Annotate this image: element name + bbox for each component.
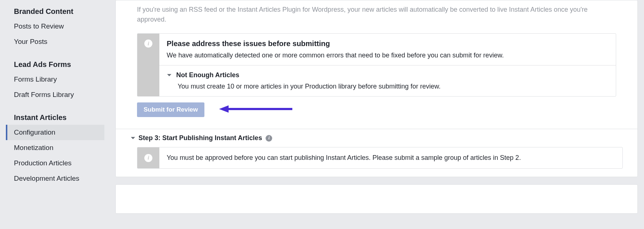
issue-detail[interactable]: Not Enough Articles You must create 10 o…	[159, 65, 616, 96]
sidebar-section-instant-articles: Instant Articles Configuration Monetizat…	[14, 113, 115, 186]
sidebar-section-title: Lead Ads Forms	[14, 60, 115, 69]
submit-row: Submit for Review	[137, 102, 616, 117]
sidebar-item-forms-library[interactable]: Forms Library	[14, 72, 115, 87]
info-icon[interactable]: i	[266, 135, 272, 142]
issue-icon-column: i	[137, 34, 159, 96]
issue-box: i Please address these issues before sub…	[137, 33, 616, 97]
content-card: If you're using an RSS feed or the Insta…	[115, 0, 638, 177]
sidebar-item-monetization[interactable]: Monetization	[14, 140, 115, 155]
bottom-card	[115, 184, 638, 214]
step3-info-text: You must be approved before you can star…	[159, 147, 622, 168]
step3-title: Step 3: Start Publishing Instant Article…	[138, 134, 262, 142]
sidebar-section-branded-content: Branded Content Posts to Review Your Pos…	[14, 7, 115, 49]
sidebar-item-your-posts[interactable]: Your Posts	[14, 34, 115, 49]
submit-for-review-button[interactable]: Submit for Review	[137, 102, 204, 117]
step3-info-box: i You must be approved before you can st…	[137, 147, 623, 169]
sidebar-section-title: Instant Articles	[14, 113, 115, 122]
sidebar: Branded Content Posts to Review Your Pos…	[0, 0, 115, 229]
svg-marker-1	[219, 105, 229, 113]
sidebar-section-lead-ads-forms: Lead Ads Forms Forms Library Draft Forms…	[14, 60, 115, 102]
step3-section: Step 3: Start Publishing Instant Article…	[116, 129, 637, 177]
issue-header: Please address these issues before submi…	[159, 34, 616, 65]
issue-subtitle: We have automatically detected one or mo…	[167, 52, 608, 59]
issue-detail-title: Not Enough Articles	[176, 71, 239, 79]
sidebar-item-configuration[interactable]: Configuration	[6, 125, 104, 140]
chevron-down-icon	[130, 136, 136, 141]
step3-title-row[interactable]: Step 3: Start Publishing Instant Article…	[130, 134, 623, 142]
issue-content: Please address these issues before submi…	[159, 34, 616, 96]
main-content: If you're using an RSS feed or the Insta…	[115, 0, 644, 229]
sidebar-item-development-articles[interactable]: Development Articles	[14, 171, 115, 186]
info-icon: i	[144, 154, 152, 162]
sidebar-item-draft-forms-library[interactable]: Draft Forms Library	[14, 87, 115, 102]
info-icon: i	[144, 40, 152, 48]
issue-title: Please address these issues before submi…	[167, 40, 608, 48]
sidebar-section-title: Branded Content	[14, 7, 115, 16]
intro-text: If you're using an RSS feed or the Insta…	[137, 0, 616, 29]
issue-detail-text: You must create 10 or more articles in y…	[167, 83, 608, 90]
step3-info-icon-column: i	[137, 147, 159, 168]
issue-detail-title-row: Not Enough Articles	[167, 71, 608, 79]
sidebar-item-posts-to-review[interactable]: Posts to Review	[14, 19, 115, 34]
sidebar-item-production-articles[interactable]: Production Articles	[14, 155, 115, 171]
arrow-annotation-icon	[219, 104, 292, 115]
chevron-down-icon	[167, 73, 172, 78]
